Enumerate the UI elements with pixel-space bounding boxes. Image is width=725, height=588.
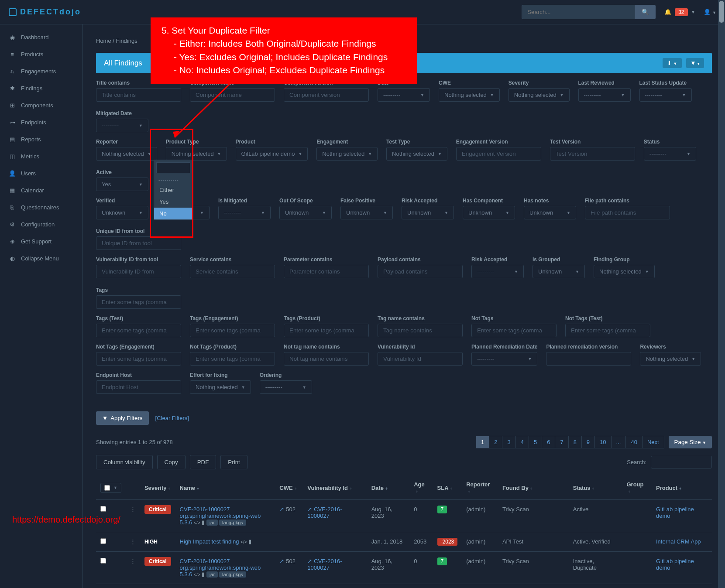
- breadcrumb-current[interactable]: Findings: [116, 38, 137, 44]
- scrollbar[interactable]: [718, 0, 725, 588]
- tag-chip[interactable]: jar: [206, 571, 218, 578]
- sidebar-item-products[interactable]: ≡Products: [0, 46, 82, 63]
- filter-select-effort_for_fixing[interactable]: Nothing selected▼: [190, 380, 251, 394]
- tag-chip[interactable]: jar: [206, 520, 218, 526]
- filter-input-file_path[interactable]: [585, 206, 670, 219]
- row-actions-menu[interactable]: ⋮: [130, 538, 136, 545]
- page-3[interactable]: 3: [502, 436, 515, 448]
- filter-input-not_tags_product[interactable]: [190, 352, 275, 366]
- filter-select-out_of_scope[interactable]: Unknown▼: [279, 206, 332, 219]
- tag-chip[interactable]: lang-pkgs: [219, 520, 246, 526]
- select-all-checkbox[interactable]: ▼: [100, 483, 121, 493]
- filter-input-tags_product[interactable]: [284, 324, 369, 337]
- col-SLA[interactable]: SLA♦: [433, 476, 462, 500]
- filter-input-parameter_contains[interactable]: [284, 265, 369, 278]
- external-link-icon[interactable]: ↗: [307, 506, 312, 513]
- dropdown-option-no[interactable]: No: [154, 208, 192, 219]
- table-search-input[interactable]: [651, 456, 712, 468]
- sidebar-item-components[interactable]: ⊞Components: [0, 97, 82, 114]
- filter-select-engagement[interactable]: Nothing selected▼: [316, 147, 378, 161]
- sidebar-item-collapse-menu[interactable]: ◐Collapse Menu: [0, 250, 82, 267]
- logo[interactable]: DEFECTdojo: [9, 7, 81, 17]
- page-8[interactable]: 8: [568, 436, 582, 448]
- filter-input-vulnerability_id[interactable]: [378, 352, 463, 366]
- user-menu[interactable]: 👤 ▼: [704, 9, 716, 15]
- sidebar-item-engagements[interactable]: ⎌Engagements: [0, 63, 82, 80]
- col-Reporter[interactable]: Reporter♦: [462, 476, 498, 500]
- filter-input-vuln_id_from_tool[interactable]: [96, 265, 181, 278]
- row-checkbox[interactable]: [100, 506, 106, 512]
- filter-select-reviewers[interactable]: Nothing selected▼: [640, 352, 701, 366]
- search-input[interactable]: [522, 5, 635, 19]
- col-Status[interactable]: Status♦: [569, 476, 622, 500]
- filter-select-status[interactable]: ---------▼: [644, 147, 696, 161]
- filter-select-risk_accepted2[interactable]: ---------▼: [471, 265, 524, 278]
- notifications[interactable]: 🔔 32 ▼: [664, 8, 695, 16]
- col-Group[interactable]: Group♦: [622, 476, 652, 500]
- filter-select-severity[interactable]: Nothing selected▼: [509, 88, 570, 102]
- page-10[interactable]: 10: [594, 436, 611, 448]
- filter-select-last_reviewed[interactable]: ---------▼: [578, 88, 631, 102]
- filter-input-unique_id[interactable]: [96, 236, 181, 250]
- page-Next[interactable]: Next: [642, 436, 664, 448]
- filter-input-tags_engagement[interactable]: [190, 324, 275, 337]
- filter-toggle-button[interactable]: ▼ ▾: [686, 58, 704, 68]
- page-40[interactable]: 40: [625, 436, 642, 448]
- filter-input-planned_remediation_version[interactable]: [546, 352, 631, 366]
- filter-select-risk_accepted[interactable]: Unknown▼: [402, 206, 454, 219]
- dropdown-option-yes[interactable]: Yes: [154, 196, 192, 208]
- download-button[interactable]: ⬇ ▼: [663, 58, 682, 68]
- vuln-link[interactable]: CVE-2016-1000027: [307, 506, 342, 519]
- page-6[interactable]: 6: [542, 436, 555, 448]
- filter-select-mitigated_date[interactable]: ---------▼: [96, 119, 148, 132]
- page-1[interactable]: 1: [476, 436, 489, 448]
- product-link[interactable]: GitLab pipeline demo: [656, 506, 694, 519]
- filter-select-product[interactable]: GitLab pipeline demo▼: [236, 147, 308, 161]
- filter-input-tags[interactable]: [96, 295, 181, 309]
- sidebar-item-calendar[interactable]: ▦Calendar: [0, 182, 82, 199]
- column-visibility-button[interactable]: Column visibility: [96, 455, 153, 469]
- sidebar-item-users[interactable]: 👤Users: [0, 165, 82, 182]
- page-9[interactable]: 9: [581, 436, 595, 448]
- filter-select-ordering[interactable]: ---------▼: [260, 380, 312, 394]
- row-checkbox[interactable]: [100, 538, 106, 544]
- copy-button[interactable]: Copy: [157, 455, 186, 469]
- sidebar-item-reports[interactable]: ▤Reports: [0, 131, 82, 148]
- filter-input-title_contains[interactable]: [96, 88, 181, 102]
- filter-select-planned_remediation_date[interactable]: ---------▼: [471, 352, 537, 366]
- filter-select-is_grouped[interactable]: Unknown▼: [533, 265, 585, 278]
- clear-filters-link[interactable]: [Clear Filters]: [155, 415, 189, 421]
- row-actions-menu[interactable]: ⋮: [130, 506, 136, 513]
- col-CWE[interactable]: CWE♦: [275, 476, 303, 500]
- filter-select-is_mitigated[interactable]: ---------▼: [218, 206, 271, 219]
- filter-input-not_tags_test[interactable]: [565, 324, 650, 337]
- row-checkbox[interactable]: [100, 558, 106, 564]
- filter-select-date[interactable]: ---------▼: [378, 88, 430, 102]
- col-Product[interactable]: Product♦: [652, 476, 712, 500]
- filter-select-cwe[interactable]: Nothing selected▼: [439, 88, 500, 102]
- sidebar-item-questionnaires[interactable]: ⎘Questionnaires: [0, 199, 82, 216]
- sidebar-item-metrics[interactable]: ◫Metrics: [0, 148, 82, 165]
- dropdown-option-either[interactable]: Either: [154, 184, 192, 196]
- filter-select-finding_group[interactable]: Nothing selected▼: [594, 265, 655, 278]
- filter-input-endpoint_host[interactable]: [96, 380, 181, 394]
- filter-input-tag_name_contains[interactable]: [378, 324, 463, 337]
- finding-name-link[interactable]: High Impact test finding: [180, 538, 239, 545]
- filter-input-tags_test[interactable]: [96, 324, 181, 337]
- col-Vulnerability Id[interactable]: Vulnerability Id♦: [303, 476, 367, 500]
- filter-input-engagement_version[interactable]: [456, 147, 541, 161]
- row-actions-menu[interactable]: ⋮: [130, 558, 136, 564]
- sidebar-item-get-support[interactable]: ⊕Get Support: [0, 233, 82, 250]
- external-link-icon[interactable]: ↗: [279, 558, 284, 564]
- external-link-icon[interactable]: ↗: [307, 558, 312, 564]
- sidebar-item-findings[interactable]: ✱Findings: [0, 80, 82, 97]
- breadcrumb-home[interactable]: Home: [96, 38, 111, 44]
- filter-input-payload_contains[interactable]: [378, 265, 463, 278]
- filter-input-not_tags_engagement[interactable]: [96, 352, 181, 366]
- filter-select-last_status_update[interactable]: ---------▼: [639, 88, 692, 102]
- filter-select-verified[interactable]: Unknown▼: [96, 206, 148, 219]
- page-...[interactable]: ...: [611, 436, 626, 448]
- col-Date[interactable]: Date♦: [367, 476, 410, 500]
- apply-filters-button[interactable]: ▼ Apply Filters: [96, 411, 149, 425]
- tag-chip[interactable]: lang-pkgs: [219, 571, 246, 578]
